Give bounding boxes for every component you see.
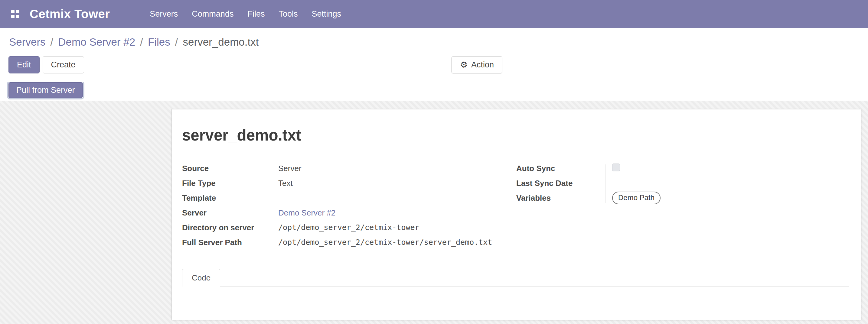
- breadcrumb-link-servers[interactable]: Servers: [9, 36, 46, 48]
- menu-item-files[interactable]: Files: [241, 4, 271, 24]
- breadcrumb-link-files[interactable]: Files: [148, 36, 170, 48]
- field-value-server-link[interactable]: Demo Server #2: [278, 208, 335, 217]
- field-row-source: Source Server: [182, 161, 516, 175]
- field-label-source: Source: [182, 164, 278, 173]
- field-groups: Source Server File Type Text Template Se…: [182, 161, 849, 250]
- field-label-template: Template: [182, 193, 278, 202]
- field-value-auto-sync: [612, 163, 620, 173]
- create-button[interactable]: Create: [43, 56, 84, 73]
- action-button-label: Action: [471, 60, 494, 69]
- breadcrumb-separator: /: [175, 36, 178, 48]
- breadcrumb-separator: /: [140, 36, 143, 48]
- field-row-template: Template: [182, 190, 516, 205]
- field-row-full-path: Full Server Path /opt/demo_server_2/cetm…: [182, 235, 516, 250]
- top-navbar: Cetmix Tower Servers Commands Files Tool…: [0, 0, 868, 28]
- auto-sync-checkbox[interactable]: [612, 163, 620, 171]
- field-value-full-path: /opt/demo_server_2/cetmix-tower/server_d…: [278, 238, 492, 247]
- apps-menu-button[interactable]: [9, 8, 21, 20]
- variable-tag-demo-path: Demo Path: [612, 192, 660, 204]
- header-buttons-row: Pull from Server: [0, 82, 868, 101]
- breadcrumb-link-demo-server[interactable]: Demo Server #2: [58, 36, 135, 48]
- field-row-directory: Directory on server /opt/demo_server_2/c…: [182, 220, 516, 235]
- field-label-file-type: File Type: [182, 179, 278, 188]
- record-title: server_demo.txt: [182, 127, 849, 144]
- form-sheet: server_demo.txt Source Server File Type …: [172, 109, 861, 320]
- notebook-tabbar: Code: [182, 269, 849, 287]
- field-group-right: Auto Sync Last Sync Date Variables Demo …: [516, 161, 849, 205]
- main-menu: Servers Commands Files Tools Settings: [144, 4, 347, 24]
- menu-item-servers[interactable]: Servers: [144, 4, 184, 24]
- field-row-auto-sync: Auto Sync: [516, 161, 849, 175]
- action-button[interactable]: ⚙ Action: [452, 56, 502, 73]
- brand-title[interactable]: Cetmix Tower: [30, 7, 110, 21]
- field-value-source: Server: [278, 164, 302, 173]
- field-label-last-sync-date: Last Sync Date: [516, 179, 612, 188]
- field-row-server: Server Demo Server #2: [182, 205, 516, 220]
- menu-item-settings[interactable]: Settings: [306, 4, 347, 24]
- field-label-directory: Directory on server: [182, 223, 278, 232]
- tab-code[interactable]: Code: [182, 269, 220, 287]
- field-label-auto-sync: Auto Sync: [516, 164, 612, 173]
- gear-icon: ⚙: [460, 61, 468, 69]
- menu-item-tools[interactable]: Tools: [273, 4, 304, 24]
- field-value-directory: /opt/demo_server_2/cetmix-tower: [278, 223, 420, 232]
- control-panel: Edit Create ⚙ Action: [0, 56, 868, 82]
- breadcrumb: Servers / Demo Server #2 / Files / serve…: [0, 28, 868, 56]
- breadcrumb-separator: /: [51, 36, 54, 48]
- field-label-full-path: Full Server Path: [182, 238, 278, 247]
- field-label-server: Server: [182, 208, 278, 217]
- field-row-last-sync-date: Last Sync Date: [516, 175, 849, 190]
- content-background: server_demo.txt Source Server File Type …: [0, 101, 868, 324]
- field-row-variables: Variables Demo Path: [516, 190, 849, 205]
- field-label-variables: Variables: [516, 193, 612, 202]
- menu-item-commands[interactable]: Commands: [186, 4, 240, 24]
- apps-grid-icon: [11, 10, 19, 18]
- field-value-variables: Demo Path: [612, 192, 660, 204]
- breadcrumb-current: server_demo.txt: [183, 36, 259, 48]
- pull-from-server-button[interactable]: Pull from Server: [8, 82, 83, 98]
- edit-button[interactable]: Edit: [8, 56, 40, 73]
- field-row-file-type: File Type Text: [182, 175, 516, 190]
- field-value-file-type: Text: [278, 179, 293, 188]
- field-group-left: Source Server File Type Text Template Se…: [182, 161, 516, 250]
